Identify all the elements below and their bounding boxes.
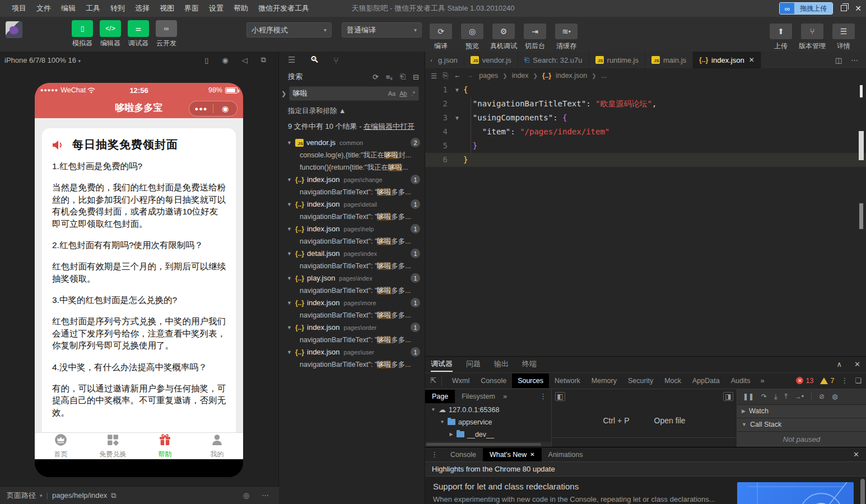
- toolbar-button-模拟器[interactable]: ▯模拟器: [68, 20, 96, 48]
- code-line[interactable]: 4 "item": "/pages/index/item": [425, 125, 866, 139]
- editor-tab-g.json[interactable]: g.json: [432, 52, 464, 68]
- collapse-panel-icon[interactable]: ∧: [837, 360, 842, 368]
- clear-results-icon[interactable]: ≡ₓ: [386, 72, 393, 81]
- compile-mode-select[interactable]: 普通编译 ▾: [342, 22, 422, 38]
- more-menu-icon[interactable]: ●●●: [189, 105, 213, 112]
- editor-tab-main.js[interactable]: JSmain.js: [645, 52, 693, 68]
- devtools-tab-Audits[interactable]: Audits: [725, 374, 756, 388]
- devtools-tab-Security[interactable]: Security: [622, 374, 659, 388]
- toolbar-action-详情[interactable]: ☰详情: [828, 24, 859, 51]
- open-file-action[interactable]: Open file: [654, 416, 686, 425]
- code-line[interactable]: 2 "navigationBarTitleText": "欧皇源码论坛",: [425, 97, 866, 111]
- drawer-scrollbar[interactable]: [860, 479, 865, 504]
- editor-more-icon[interactable]: ⋯: [851, 56, 858, 64]
- open-results-link[interactable]: 在编辑器中打开: [364, 122, 415, 130]
- code-editor[interactable]: 1▼{2 "navigationBarTitleText": "欧皇源码论坛",…: [425, 83, 866, 356]
- show-navigator-icon[interactable]: ◧: [555, 392, 565, 401]
- bookmark-icon[interactable]: ⎘: [443, 72, 448, 80]
- visibility-icon[interactable]: ◎: [243, 491, 249, 500]
- toolbar-button-调试器[interactable]: ⚌调试器: [124, 20, 152, 48]
- refresh-search-icon[interactable]: ⟳: [373, 72, 379, 81]
- result-match-line[interactable]: navigationBarTitleText": "哆啦多多...: [279, 284, 425, 297]
- device-selector[interactable]: iPhone 6/7/8 100% 16 ▾: [4, 56, 81, 64]
- dock-side-icon[interactable]: ❏: [855, 376, 862, 385]
- devtools-tab-Mock[interactable]: Mock: [659, 374, 687, 388]
- article-title[interactable]: Support for let and class redeclarations: [433, 482, 579, 491]
- step-into-icon[interactable]: ⤓: [774, 393, 777, 400]
- step-icon[interactable]: →•: [795, 393, 804, 400]
- sources-tab-Filesystem[interactable]: Filesystem: [455, 390, 502, 403]
- tree-item-__dev__[interactable]: ▶__dev__: [425, 428, 551, 441]
- rotate-device-icon[interactable]: ▯: [204, 55, 208, 64]
- nav-forward-icon[interactable]: →: [467, 72, 474, 80]
- toolbar-action-上传[interactable]: ⬆上传: [765, 24, 797, 51]
- toolbar-action-预览[interactable]: ◎预览: [457, 24, 488, 51]
- devtools-tab-Console[interactable]: Console: [475, 374, 512, 388]
- tabbar-item-首页[interactable]: 首页: [35, 433, 87, 459]
- chrome-update-image[interactable]: [737, 482, 854, 504]
- result-file-row[interactable]: ▼{..}detail.jsonpages\index1: [279, 248, 425, 260]
- breadcrumb-item[interactable]: ...: [601, 72, 607, 80]
- result-file-row[interactable]: ▼{..}index.jsonpages\user1: [279, 346, 425, 358]
- pause-script-icon[interactable]: ❚❚: [743, 393, 754, 400]
- result-match-line[interactable]: navigationBarTitleText": "哆啦多多...: [279, 334, 425, 346]
- editor-tab-vendor.js[interactable]: JSvendor.js: [464, 52, 518, 68]
- user-avatar[interactable]: [6, 21, 22, 38]
- float-window-icon[interactable]: ⧉: [261, 55, 266, 64]
- result-match-line[interactable]: navigationBarTitleText": "哆啦多多...: [279, 211, 425, 223]
- record-icon[interactable]: ◉: [222, 55, 228, 64]
- split-editor-icon[interactable]: ◫: [835, 56, 842, 64]
- menu-界面[interactable]: 界面: [179, 0, 204, 17]
- regex-toggle[interactable]: .*: [411, 90, 415, 97]
- drawer-tab-Console[interactable]: Console: [444, 448, 483, 461]
- menu-微信开发者工具[interactable]: 微信开发者工具: [253, 0, 314, 17]
- whole-word-toggle[interactable]: Ab: [399, 90, 407, 97]
- close-miniprogram-icon[interactable]: ◉: [213, 104, 237, 113]
- search-input[interactable]: 哆啦 Aa Ab .*: [289, 86, 419, 101]
- result-match-line[interactable]: navigationBarTitleText": "哆啦多多...: [279, 260, 425, 272]
- code-line[interactable]: 6}: [425, 153, 866, 167]
- dir-filter-toggle[interactable]: 指定目录和排除 ▲: [279, 104, 425, 118]
- outline-icon[interactable]: ☰: [431, 72, 437, 80]
- menu-设置[interactable]: 设置: [204, 0, 229, 17]
- more-tabs-icon[interactable]: »: [756, 376, 769, 385]
- code-line[interactable]: 3▼ "usingComponents": {: [425, 111, 866, 125]
- deactivate-breakpoints-icon[interactable]: ⊘: [819, 393, 825, 400]
- devtools-tab-Memory[interactable]: Memory: [586, 374, 622, 388]
- devtools-tab-Network[interactable]: Network: [549, 374, 586, 388]
- menu-编辑[interactable]: 编辑: [56, 0, 81, 17]
- step-over-icon[interactable]: ↷: [761, 393, 767, 400]
- menu-文件[interactable]: 文件: [31, 0, 56, 17]
- toolbar-button-编辑器[interactable]: </>编辑器: [96, 20, 124, 48]
- result-match-line[interactable]: function(){return{title:"我正在哆啦...: [279, 161, 425, 174]
- tree-menu-icon[interactable]: ⋮: [539, 392, 551, 400]
- close-window-icon[interactable]: ✕: [855, 4, 862, 13]
- git-branch-icon[interactable]: ⑂: [333, 55, 338, 65]
- collapse-all-icon[interactable]: ⊟: [413, 72, 419, 81]
- explorer-icon[interactable]: ☰: [288, 55, 295, 65]
- result-file-row[interactable]: ▼{..}index.jsonpages\order1: [279, 321, 425, 334]
- menu-项目[interactable]: 项目: [7, 0, 31, 17]
- toolbar-action-切后台[interactable]: ⇥切后台: [519, 24, 551, 51]
- panel-tab-输出[interactable]: 输出: [494, 357, 509, 372]
- code-line[interactable]: 1▼{: [425, 83, 866, 97]
- breadcrumb-item[interactable]: pages: [479, 72, 498, 80]
- result-file-row[interactable]: ▼{..}index.jsonpages\detail1: [279, 198, 425, 211]
- tabbar-item-帮助[interactable]: 帮助: [139, 433, 191, 459]
- tree-item-127.0.0.1-65368[interactable]: ▼☁127.0.0.1:65368: [425, 404, 551, 416]
- warning-badge[interactable]: 7: [820, 377, 834, 385]
- devtools-tab-Wxml[interactable]: Wxml: [446, 374, 475, 388]
- menu-转到[interactable]: 转到: [105, 0, 130, 17]
- expand-search-icon[interactable]: ❯: [281, 90, 289, 97]
- panel-tab-问题[interactable]: 问题: [466, 357, 481, 372]
- restore-window-icon[interactable]: [841, 4, 847, 13]
- fold-arrow-icon[interactable]: ▼: [451, 83, 463, 97]
- code-line[interactable]: 5 }: [425, 139, 866, 153]
- tabbar-item-免费兑换[interactable]: 免费兑换: [87, 433, 139, 459]
- devtools-tab-AppData[interactable]: AppData: [687, 374, 725, 388]
- editor-tab-Search--32.u7u[interactable]: ⎗Search: 32.u7u: [518, 52, 589, 68]
- toolbar-action-编译[interactable]: ⟳编译: [425, 24, 457, 51]
- search-icon[interactable]: 🔍︎: [310, 55, 319, 65]
- close-drawer-icon[interactable]: ✕: [853, 450, 866, 459]
- result-file-row[interactable]: ▼JSvendor.jscommon2: [279, 137, 425, 149]
